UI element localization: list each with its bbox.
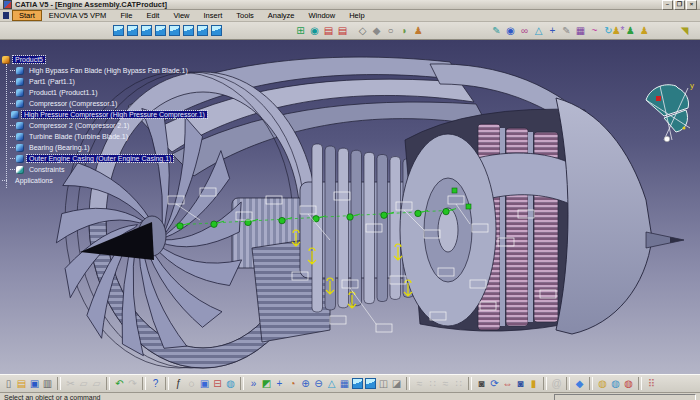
undo-icon[interactable]: ↶ [113, 377, 126, 390]
grid-dots-icon[interactable]: ⠿ [645, 377, 658, 390]
structure-design-icon[interactable]: + [546, 24, 559, 37]
view-compass[interactable]: y [646, 81, 694, 142]
menu-enovia[interactable]: ENOVIA V5 VPM [42, 10, 114, 21]
tree-item[interactable]: Product1 (Product1.1) [10, 87, 192, 98]
command-field[interactable] [554, 394, 696, 400]
formula-icon[interactable]: ƒ [172, 377, 185, 390]
close-button[interactable]: × [686, 0, 697, 10]
annotation-bubble-icon[interactable]: ◌ [185, 377, 198, 390]
catalog-browser-icon[interactable]: ◉ [308, 24, 321, 37]
render-setup-icon[interactable]: ◙ [514, 377, 527, 390]
menu-analyze[interactable]: Analyze [261, 10, 302, 21]
snap-tool-icon[interactable]: ◇ [356, 24, 369, 37]
person-green-icon[interactable]: ♟ [624, 24, 637, 37]
tree-root[interactable]: Product5 [2, 54, 192, 65]
quick-view-icon[interactable]: ▦ [338, 377, 351, 390]
tree-item[interactable]: Part1 (Part1.1) [10, 76, 192, 87]
zoom-in-icon[interactable]: ⊕ [299, 377, 312, 390]
workbench-icon[interactable]: ⊞ [294, 24, 307, 37]
no-edges-view-icon[interactable]: ◪ [390, 377, 403, 390]
leaf-tool-icon[interactable]: ◗ [398, 24, 411, 37]
apply-material-icon[interactable]: ◆ [573, 377, 586, 390]
tree-item-applications[interactable]: Applications [2, 175, 192, 186]
pan-icon[interactable]: + [273, 377, 286, 390]
sketcher-icon[interactable]: ✎ [490, 24, 503, 37]
menu-window[interactable]: Window [302, 10, 343, 21]
camera-icon[interactable]: ◙ [475, 377, 488, 390]
knowledge-tool-icon[interactable]: ~ [588, 24, 601, 37]
hidden-line-view-icon[interactable]: ◫ [377, 377, 390, 390]
publish-red-icon[interactable]: ◍ [622, 377, 635, 390]
redo-icon[interactable]: ↷ [126, 377, 139, 390]
top-view-cube-icon[interactable] [183, 25, 194, 36]
clipping-4-icon[interactable]: ∷ [452, 377, 465, 390]
turbine-section[interactable] [400, 109, 585, 331]
iso-view-cube-icon[interactable] [113, 25, 124, 36]
whats-this-help-icon[interactable]: ? [149, 377, 162, 390]
tree-item[interactable]: Turbine Blade (Turbine Blade.1) [10, 131, 192, 142]
right-view-cube-icon[interactable] [169, 25, 180, 36]
browser-window-icon[interactable]: ◍ [224, 377, 237, 390]
tree-item-constraints[interactable]: Constraints [10, 164, 192, 175]
front-view-cube-icon[interactable] [127, 25, 138, 36]
bottom-view-cube-icon[interactable] [197, 25, 208, 36]
rotate-icon[interactable]: ◔ [286, 377, 299, 390]
menu-start[interactable]: Start [12, 10, 42, 21]
maximize-button[interactable]: ❐ [674, 0, 685, 10]
part-design-icon[interactable]: ◉ [504, 24, 517, 37]
pdm-document-1-icon[interactable]: ▤ [322, 24, 335, 37]
zoom-out-icon[interactable]: ⊖ [312, 377, 325, 390]
publish-gold-icon[interactable]: ◍ [596, 377, 609, 390]
clipping-1-icon[interactable]: ≈ [413, 377, 426, 390]
generative-shape-icon[interactable]: △ [532, 24, 545, 37]
open-folder-icon[interactable]: ▤ [15, 377, 28, 390]
dmu-grid-icon[interactable]: ▦ [574, 24, 587, 37]
paste-icon[interactable]: ▱ [90, 377, 103, 390]
copy-icon[interactable]: ▱ [77, 377, 90, 390]
tree-item[interactable]: Compressor (Compressor.1) [10, 98, 192, 109]
tree-item[interactable]: High Bypass Fan Blade (High Bypass Fan B… [10, 65, 192, 76]
tree-item[interactable]: High Pressure Compressor (High Pressure … [10, 109, 192, 120]
tree-item[interactable]: Bearing (Bearing.1) [10, 142, 192, 153]
tree-item[interactable]: Compressor 2 (Compressor 2.1) [10, 120, 192, 131]
wireframe-cube-icon[interactable] [365, 378, 376, 389]
menu-edit[interactable]: Edit [139, 10, 166, 21]
clipping-3-icon[interactable]: ≈ [439, 377, 452, 390]
plane-tool-icon[interactable]: ◥ [678, 24, 691, 37]
menu-help[interactable]: Help [342, 10, 371, 21]
screen-capture-icon[interactable]: ▣ [198, 377, 211, 390]
magnifier-tool-icon[interactable]: ○ [384, 24, 397, 37]
lock-icon[interactable]: ▮ [527, 377, 540, 390]
menu-file[interactable]: File [113, 10, 139, 21]
normal-view-icon[interactable]: △ [325, 377, 338, 390]
named-views-cube-icon[interactable] [211, 25, 222, 36]
pdm-document-2-icon[interactable]: ▤ [336, 24, 349, 37]
cut-icon[interactable]: ✂ [64, 377, 77, 390]
menu-view[interactable]: View [166, 10, 196, 21]
smart-pick-icon[interactable]: ◆ [370, 24, 383, 37]
exhaust-cone[interactable] [556, 98, 684, 334]
assembly-design-icon[interactable]: ∞ [518, 24, 531, 37]
menu-tools[interactable]: Tools [229, 10, 261, 21]
clipping-2-icon[interactable]: ∷ [426, 377, 439, 390]
left-view-cube-icon[interactable] [155, 25, 166, 36]
turntable-icon[interactable]: ⟳ [488, 377, 501, 390]
publish-blue-icon[interactable]: ◍ [609, 377, 622, 390]
save-icon[interactable]: ▣ [28, 377, 41, 390]
drafting-icon[interactable]: ✎ [560, 24, 573, 37]
link-manager-icon[interactable]: ⊟ [211, 377, 224, 390]
measure-icon[interactable]: ⇔ [501, 377, 514, 390]
tree-item[interactable]: Outer Engine Casing (Outer Engine Casing… [10, 153, 192, 164]
manikin-tool-icon[interactable]: ♟ [412, 24, 425, 37]
minimize-button[interactable]: – [662, 0, 673, 10]
multi-view-icon[interactable]: ◩ [260, 377, 273, 390]
tree-root-label[interactable]: Product5 [13, 56, 45, 63]
menu-insert[interactable]: Insert [197, 10, 230, 21]
mail-icon[interactable]: @ [550, 377, 563, 390]
shading-cube-icon[interactable] [352, 378, 363, 389]
new-document-icon[interactable]: ▯ [2, 377, 15, 390]
person-gold-2-icon[interactable]: ♟ [638, 24, 651, 37]
person-gold-icon[interactable]: ♟ [610, 24, 623, 37]
back-view-cube-icon[interactable] [141, 25, 152, 36]
print-icon[interactable]: ▥ [41, 377, 54, 390]
